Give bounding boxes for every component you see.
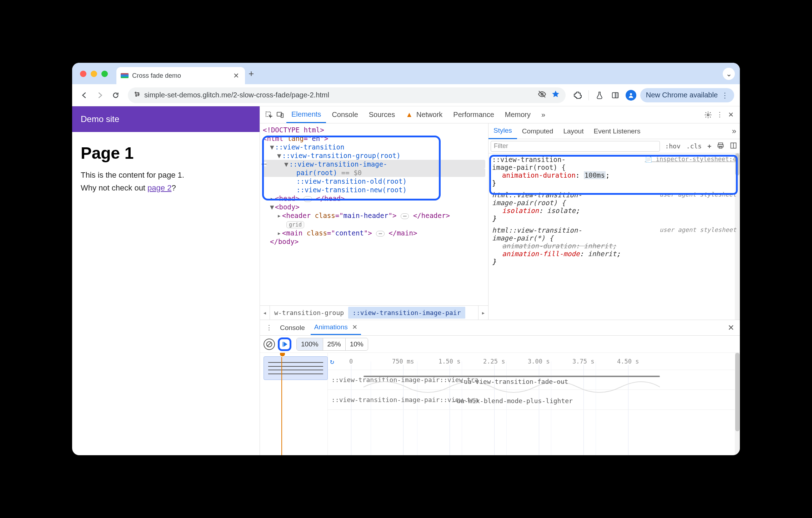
animations-toolbar: 100% 25% 10%: [260, 336, 740, 353]
drawer-tab-animations[interactable]: Animations✕: [311, 320, 361, 335]
breadcrumb-scroll-right[interactable]: ▸: [478, 306, 488, 320]
styles-tab-styles[interactable]: Styles: [488, 123, 517, 139]
tab-sources[interactable]: Sources: [364, 107, 400, 122]
tab-performance[interactable]: Performance: [448, 107, 499, 122]
vt-node[interactable]: ::view-transition: [275, 143, 344, 151]
drawer-tab-animations-label: Animations: [314, 323, 348, 331]
back-button[interactable]: [78, 89, 91, 102]
new-rule-button[interactable]: +: [705, 142, 714, 150]
cls-button[interactable]: .cls: [683, 142, 705, 150]
speed-25[interactable]: 25%: [323, 338, 346, 350]
minimize-window-button[interactable]: [91, 71, 97, 77]
rule-close: }: [492, 258, 736, 265]
styles-tab-layout[interactable]: Layout: [558, 124, 588, 139]
tab-title: Cross fade demo: [132, 72, 181, 80]
browser-window: Cross fade demo ✕ + ⌄ simple-set-demos.g…: [72, 63, 740, 455]
window-controls: [80, 71, 108, 77]
tick: 3.00 s: [528, 358, 550, 365]
close-devtools-icon[interactable]: ✕: [726, 110, 736, 120]
css-rules[interactable]: 📄 inspector-stylesheet:4 ::view-transiti…: [488, 153, 740, 320]
drawer-kebab-icon[interactable]: ⋮: [264, 323, 274, 333]
speed-10[interactable]: 10%: [346, 338, 368, 350]
breadcrumb-item-active[interactable]: ::view-transition-image-pair: [348, 307, 465, 319]
tab-console[interactable]: Console: [327, 107, 363, 122]
page-title: Page 1: [81, 143, 251, 163]
bookmark-star-icon[interactable]: [551, 90, 560, 100]
kebab-menu-icon[interactable]: ⋮: [714, 110, 725, 120]
rule-source-link[interactable]: 📄 inspector-stylesheet:4: [645, 156, 736, 163]
animation-tracks: ::view-transition-image-pair::view-tra -…: [328, 370, 740, 455]
styles-tab-eventlisteners[interactable]: Event Listeners: [588, 124, 645, 139]
styles-panel: Styles Computed Layout Event Listeners »…: [488, 123, 740, 320]
rule-close: }: [492, 214, 736, 222]
breadcrumb-scroll-left[interactable]: ◂: [260, 306, 270, 320]
scrollbar-thumb[interactable]: [735, 353, 740, 431]
device-toolbar-icon[interactable]: [275, 110, 286, 120]
close-drawer-button[interactable]: ✕: [726, 323, 736, 332]
svg-point-1: [138, 93, 139, 95]
page-link[interactable]: page 2: [147, 183, 171, 192]
tab-network-label: Network: [416, 111, 442, 119]
reload-button[interactable]: [109, 89, 122, 102]
print-icon[interactable]: [714, 142, 727, 151]
tab-memory[interactable]: Memory: [500, 107, 536, 122]
scrollbar[interactable]: [735, 353, 740, 455]
drawer-tab-console[interactable]: Console: [276, 321, 309, 335]
dom-tree[interactable]: <!DOCTYPE html> <html lang="en"> ▼::view…: [260, 123, 488, 305]
hov-button[interactable]: :hov: [662, 142, 683, 150]
clear-animations-button[interactable]: [264, 339, 275, 350]
replay-icon[interactable]: ↻: [330, 357, 334, 366]
profile-avatar[interactable]: [625, 89, 637, 102]
new-tab-button[interactable]: +: [249, 68, 254, 79]
tab-elements[interactable]: Elements: [286, 107, 326, 123]
close-drawer-tab-icon[interactable]: ✕: [352, 323, 357, 331]
maximize-window-button[interactable]: [101, 71, 108, 77]
page-preview: Demo site Page 1 This is the content for…: [72, 106, 260, 455]
tab-overflow-button[interactable]: ⌄: [723, 68, 735, 80]
tab-network[interactable]: ▲Network: [401, 107, 447, 122]
dom-doctype: <!DOCTYPE html>: [263, 126, 324, 134]
grid-badge[interactable]: grid: [286, 221, 304, 228]
browser-tab[interactable]: Cross fade demo ✕: [116, 67, 245, 84]
animations-body: ↻ 0 750 ms 1.50 s 2.25 s 3.00 s 3.75 s: [260, 353, 740, 455]
vtg-node[interactable]: ::view-transition-group(root): [282, 152, 401, 159]
url-input[interactable]: simple-set-demos.glitch.me/2-slow-cross-…: [128, 87, 566, 103]
site-settings-icon[interactable]: [134, 91, 141, 100]
panel-toggle-icon[interactable]: [609, 89, 622, 102]
settings-gear-icon[interactable]: [703, 110, 713, 120]
styles-tab-computed[interactable]: Computed: [517, 124, 558, 139]
vto-node[interactable]: ::view-transition-old(root): [296, 177, 407, 185]
tab-overflow[interactable]: »: [536, 107, 550, 122]
forward-button[interactable]: [94, 89, 106, 102]
css-rule: user agent stylesheet html::view-transit…: [492, 225, 736, 266]
inspect-element-icon[interactable]: [264, 110, 274, 120]
playhead[interactable]: [281, 353, 282, 455]
play-pause-button[interactable]: [278, 337, 291, 351]
styles-filter-input[interactable]: Filter: [491, 141, 660, 152]
tab-close-button[interactable]: ✕: [233, 71, 239, 80]
dom-breadcrumb: ◂ w-transition-group ::view-transition-i…: [260, 305, 488, 320]
svg-rect-5: [615, 92, 618, 98]
tick: 0: [349, 358, 353, 365]
speed-100[interactable]: 100%: [297, 338, 323, 350]
animations-timeline[interactable]: ↻ 0 750 ms 1.50 s 2.25 s 3.00 s 3.75 s: [328, 353, 740, 370]
animation-track[interactable]: ::view-transition-image-pair::view-tra -…: [328, 390, 740, 410]
extensions-icon[interactable]: [571, 89, 584, 102]
panel-layout-icon[interactable]: [727, 142, 740, 151]
selected-dom-node[interactable]: ⋯▼::view-transition-image-: [263, 160, 485, 168]
breadcrumb-item[interactable]: w-transition-group: [270, 307, 348, 319]
page-paragraph-1: This is the content for page 1.: [81, 171, 251, 180]
eye-off-icon[interactable]: [538, 90, 546, 100]
animation-track[interactable]: ::view-transition-image-pair::view-tra -…: [328, 370, 740, 390]
page-body: Page 1 This is the content for page 1. W…: [72, 132, 260, 205]
update-chrome-pill[interactable]: New Chrome available ⋮: [640, 88, 734, 102]
styles-overflow[interactable]: »: [728, 127, 740, 136]
css-declaration[interactable]: animation-duration: 100ms;: [492, 171, 736, 179]
filter-placeholder: Filter: [494, 142, 508, 150]
vtn-node[interactable]: ::view-transition-new(root): [296, 186, 407, 194]
close-window-button[interactable]: [80, 71, 86, 77]
animation-group-thumb[interactable]: [264, 356, 328, 380]
experiments-icon[interactable]: [593, 89, 606, 102]
svg-point-10: [707, 114, 709, 116]
editable-value[interactable]: 100ms: [584, 171, 606, 179]
